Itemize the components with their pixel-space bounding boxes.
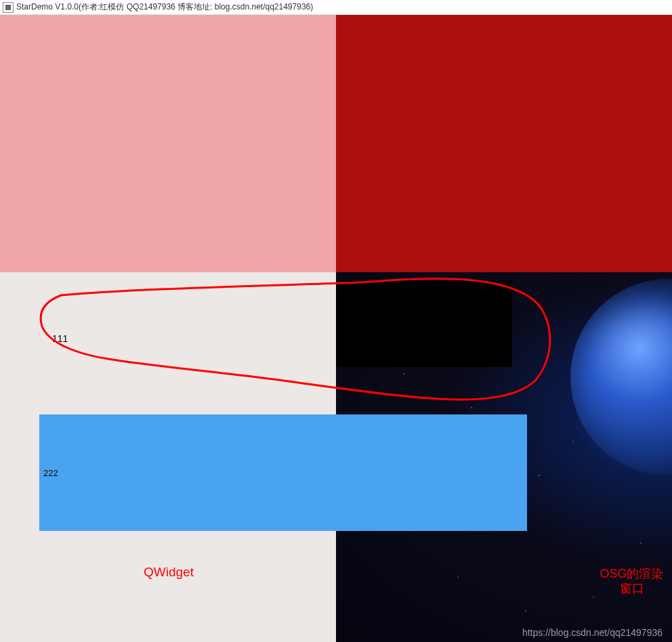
label-111: 111 (52, 333, 68, 344)
app-icon (3, 2, 14, 13)
annotation-qwidget-label: QWidget (144, 565, 194, 580)
blue-widget-rect: 222 (39, 414, 527, 531)
label-222: 222 (39, 468, 58, 478)
window-title: StarDemo V1.0.0(作者:红模仿 QQ21497936 博客地址: … (16, 1, 313, 13)
panel-top-right (336, 15, 672, 272)
titlebar: StarDemo V1.0.0(作者:红模仿 QQ21497936 博客地址: … (0, 0, 672, 15)
black-overlay-rect (336, 280, 512, 367)
watermark: https://blog.csdn.net/qq21497936 (522, 627, 663, 638)
annotation-osg-label: OSG的渲染窗口 (596, 566, 667, 596)
panel-top-left (0, 15, 336, 272)
content-area: 111 222 QWidget OSG的渲染窗口 https://blog.cs… (0, 15, 672, 642)
